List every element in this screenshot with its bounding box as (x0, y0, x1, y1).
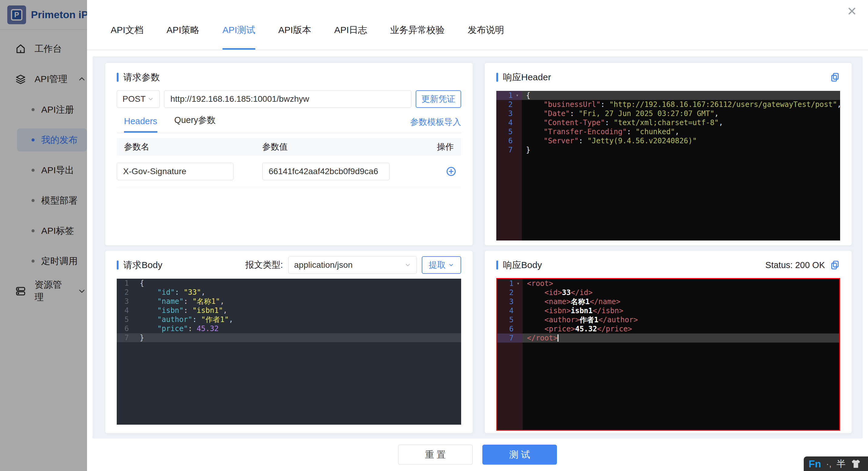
method-select[interactable]: POST (117, 90, 160, 108)
tab-business-exception-check[interactable]: 业务异常校验 (390, 0, 445, 50)
copy-icon[interactable] (830, 260, 840, 270)
add-param-icon[interactable] (446, 166, 456, 177)
api-test-modal: × API文档 API策略 API测试 API版本 API日志 业务异常校验 发… (87, 0, 868, 471)
column-param-value: 参数值 (262, 141, 427, 153)
request-params-card: 请求参数 POST 更新凭证 Headers Query参数 参数模板导入 参数… (105, 63, 473, 245)
code-line: 4 "isbn": "isbn1", (117, 306, 461, 315)
reset-button[interactable]: 重 置 (398, 445, 473, 465)
content-type-select[interactable]: application/json (288, 256, 417, 274)
method-select-value: POST (123, 94, 146, 104)
code-line: 5 "author": "作者1", (117, 315, 461, 324)
param-name-input[interactable] (117, 163, 234, 180)
modal-backdrop[interactable] (0, 0, 87, 471)
title-accent-bar (496, 73, 498, 82)
tab-release-notes[interactable]: 发布说明 (468, 0, 504, 50)
code-line: 3 <name>名称1</name> (497, 297, 839, 306)
param-value-input[interactable] (262, 163, 390, 180)
code-line: 1▾<root> (497, 279, 839, 288)
tab-api-policy[interactable]: API策略 (166, 0, 199, 50)
code-line: 2 "businessUrl": "http://192.168.16.167:… (496, 100, 840, 109)
code-line: 7 } (117, 333, 461, 342)
tab-api-version[interactable]: API版本 (278, 0, 311, 50)
chevron-down-icon (448, 262, 454, 268)
request-body-title: 请求Body (123, 259, 162, 271)
extract-label: 提取 (429, 259, 446, 271)
extract-button[interactable]: 提取 (422, 256, 461, 274)
tab-api-doc[interactable]: API文档 (111, 0, 144, 50)
code-line: 2 "id": "33", (117, 288, 461, 297)
code-line: 6 <price>45.32</price> (497, 325, 839, 334)
param-table-row (117, 156, 461, 187)
response-body-title: 响应Body (503, 259, 542, 271)
shirt-icon (850, 458, 861, 469)
content-type-label: 报文类型: (245, 259, 283, 271)
subtab-headers[interactable]: Headers (124, 116, 157, 133)
code-line: 2 <id>33</id> (497, 288, 839, 297)
request-body-card: 请求Body 报文类型: application/json 提取 1 {2 "i… (105, 251, 473, 433)
copy-icon[interactable] (830, 72, 840, 82)
ime-statusbar[interactable]: Fn ·, 半 (804, 457, 868, 471)
response-body-highlight-border: 1▾<root>2 <id>33</id>3 <name>名称1</name>4… (496, 278, 840, 431)
ime-fn-label: Fn (809, 458, 821, 470)
code-line: 6 "Server": "Jetty(9.4.56.v20240826)" (496, 136, 840, 145)
modal-tabs: API文档 API策略 API测试 API版本 API日志 业务异常校验 发布说… (87, 0, 868, 50)
column-param-name: 参数名 (124, 141, 262, 153)
code-line: 5 "Transfer-Encoding": "chunked", (496, 127, 840, 136)
title-accent-bar (117, 73, 119, 82)
ime-halfwidth-label: 半 (836, 458, 845, 470)
request-body-editor[interactable]: 1 {2 "id": "33",3 "name": "名称1",4 "isbn"… (117, 279, 461, 425)
code-line: 7 } (496, 145, 840, 155)
title-accent-bar (496, 261, 498, 270)
code-line: 4 "Content-Type": "text/xml;charset=utf-… (496, 118, 840, 127)
response-header-editor[interactable]: 1▾{2 "businessUrl": "http://192.168.16.1… (496, 91, 840, 240)
code-line: 3 "Date": "Fri, 27 Jun 2025 03:27:07 GMT… (496, 109, 840, 118)
chevron-down-icon (404, 262, 411, 268)
close-icon[interactable]: × (847, 3, 857, 19)
app-root: P Primeton iP 工作台 API管理 API注册 我的发布 (0, 0, 868, 471)
tab-api-log[interactable]: API日志 (334, 0, 367, 50)
update-credential-button[interactable]: 更新凭证 (416, 90, 461, 108)
column-action: 操作 (427, 141, 454, 153)
response-header-card: 响应Header 1▾{2 "businessUrl": "http://192… (485, 63, 851, 245)
code-line: 4 <isbn>isbn1</isbn> (497, 306, 839, 315)
param-table-header: 参数名 参数值 操作 (117, 138, 461, 156)
code-line: 7 </root> (497, 334, 839, 343)
param-template-import-link[interactable]: 参数模板导入 (410, 116, 461, 133)
code-line: 6 "price": 45.32 (117, 324, 461, 333)
response-body-card: 响应Body Status: 200 OK 1▾<root>2 <id>33</… (485, 251, 851, 433)
param-subtabs: Headers Query参数 参数模板导入 (117, 116, 461, 133)
title-accent-bar (117, 261, 119, 270)
response-header-title: 响应Header (503, 71, 551, 83)
content-type-value: application/json (294, 260, 352, 270)
code-line: 5 <author>作者1</author> (497, 315, 839, 325)
code-line: 1▾{ (496, 91, 840, 100)
response-body-editor[interactable]: 1▾<root>2 <id>33</id>3 <name>名称1</name>4… (497, 279, 839, 430)
chevron-down-icon (147, 96, 154, 102)
subtab-query-params[interactable]: Query参数 (174, 114, 216, 133)
status-badge: Status: 200 OK (765, 260, 825, 270)
code-line: 3 "name": "名称1", (117, 297, 461, 306)
ime-punct-label: ·, (826, 459, 832, 469)
modal-footer: 重 置 测 试 (87, 445, 868, 465)
tab-api-test[interactable]: API测试 (222, 0, 255, 50)
request-params-title: 请求参数 (123, 71, 160, 83)
code-line: 1 { (117, 279, 461, 288)
url-input[interactable] (164, 90, 411, 108)
test-button[interactable]: 测 试 (483, 445, 557, 465)
